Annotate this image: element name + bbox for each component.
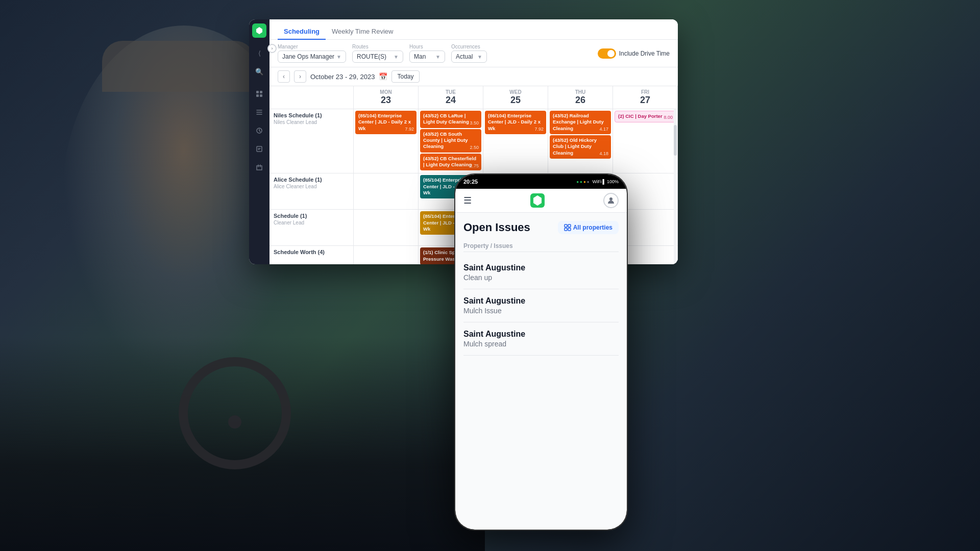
sidebar-icon-nav4[interactable] bbox=[252, 142, 266, 156]
day-header-tue: TUE 24 bbox=[419, 86, 483, 109]
scroll-thumb bbox=[674, 125, 677, 156]
user-profile-icon[interactable] bbox=[603, 193, 619, 208]
occurrences-chevron: ▼ bbox=[477, 54, 482, 60]
issue-property-3: Saint Augustine bbox=[463, 330, 619, 339]
event-card[interactable]: (2) CIC | Day Porter 8.00 bbox=[615, 111, 676, 122]
list-item[interactable]: Saint Augustine Mulch Issue bbox=[463, 289, 619, 322]
tab-scheduling[interactable]: Scheduling bbox=[278, 23, 326, 39]
open-issues-title: Open Issues bbox=[463, 221, 530, 234]
event-card[interactable]: (43/52) Railroad Exchange | Light Duty C… bbox=[550, 111, 611, 134]
svg-point-6 bbox=[609, 197, 612, 201]
svg-rect-7 bbox=[565, 224, 567, 227]
event-card[interactable]: (43/52) CB Chesterfield | Light Duty Cle… bbox=[420, 154, 481, 171]
sidebar: ⟨ 🔍 bbox=[249, 19, 270, 264]
hours-label: Hours bbox=[409, 44, 445, 49]
issue-property-2: Saint Augustine bbox=[463, 296, 619, 306]
cell-1-mon bbox=[354, 173, 419, 209]
manager-chevron: ▼ bbox=[336, 54, 341, 60]
drive-time-label: Include Drive Time bbox=[619, 50, 670, 57]
cell-0-fri: (2) CIC | Day Porter 8.00 bbox=[613, 109, 678, 173]
cell-0-tue: (43/52) CB LaRue | Light Duty Cleaning 3… bbox=[419, 109, 483, 173]
dot-1: ● bbox=[576, 180, 579, 184]
row-header-3: Schedule Worth (4) bbox=[270, 246, 354, 264]
svg-rect-10 bbox=[568, 228, 571, 231]
drive-time-toggle[interactable] bbox=[598, 48, 616, 59]
day-header-thu: THU 26 bbox=[548, 86, 613, 109]
calendar-nav: ‹ › October 23 - 29, 2023 📅 Today bbox=[270, 67, 678, 86]
hours-select[interactable]: Man ▼ bbox=[409, 51, 445, 63]
sidebar-icon-nav1[interactable] bbox=[252, 87, 266, 101]
routes-select[interactable]: ROUTE(S) ▼ bbox=[352, 51, 403, 63]
manager-select[interactable]: Jane Ops Manager ▼ bbox=[278, 51, 346, 63]
issue-desc-3: Mulch spread bbox=[463, 340, 619, 348]
manager-filter: Manager Jane Ops Manager ▼ bbox=[278, 44, 346, 63]
calendar-next[interactable]: › bbox=[294, 70, 306, 83]
day-header-wed: WED 25 bbox=[483, 86, 548, 109]
sidebar-icon-search[interactable]: 🔍 bbox=[252, 64, 266, 79]
row-header-0: Niles Schedule (1) Niles Cleaner Lead bbox=[270, 109, 354, 173]
svg-rect-3 bbox=[260, 94, 262, 97]
drive-time-toggle-container: Include Drive Time bbox=[598, 48, 670, 59]
date-range: October 23 - 29, 2023 bbox=[310, 73, 375, 81]
day-cells-0: (85/104) Enterprise Center | JLD - Daily… bbox=[354, 109, 678, 173]
list-item[interactable]: Saint Augustine Mulch spread bbox=[463, 322, 619, 356]
today-button[interactable]: Today bbox=[391, 70, 419, 83]
table-row: Niles Schedule (1) Niles Cleaner Lead (8… bbox=[270, 109, 678, 173]
phone-screen: 20:25 ● ● ● ● WiFi ▌ 100% ☰ bbox=[455, 174, 627, 530]
svg-rect-5 bbox=[257, 146, 262, 152]
phone-main-content: Open Issues All properties Property / Is… bbox=[455, 213, 627, 364]
phone-app-header: ☰ bbox=[455, 189, 627, 213]
issue-desc-1: Clean up bbox=[463, 273, 619, 282]
all-properties-label: All properties bbox=[573, 224, 612, 231]
status-icons: ● ● ● ● WiFi ▌ 100% bbox=[576, 179, 619, 184]
filter-bar: Manager Jane Ops Manager ▼ Routes ROUTE(… bbox=[270, 40, 678, 67]
routes-chevron: ▼ bbox=[394, 54, 399, 60]
occurrences-filter: Occurrences Actual ▼ bbox=[451, 44, 487, 63]
battery-percent: 100% bbox=[607, 179, 619, 184]
routes-label: Routes bbox=[352, 44, 403, 49]
svg-rect-1 bbox=[260, 91, 262, 93]
svg-rect-8 bbox=[568, 224, 571, 227]
scrollbar[interactable] bbox=[674, 109, 677, 264]
svg-rect-2 bbox=[256, 94, 259, 97]
event-card[interactable]: (86/104) Enterprise Center | JLD - Daily… bbox=[485, 111, 546, 134]
hours-filter: Hours Man ▼ bbox=[409, 44, 445, 63]
event-card[interactable]: (43/52) CB LaRue | Light Duty Cleaning 3… bbox=[420, 111, 481, 128]
app-logo bbox=[252, 23, 266, 38]
calendar-prev[interactable]: ‹ bbox=[278, 70, 290, 83]
svg-rect-0 bbox=[256, 91, 259, 93]
list-item[interactable]: Saint Augustine Clean up bbox=[463, 256, 619, 289]
manager-label: Manager bbox=[278, 44, 346, 49]
hamburger-menu[interactable]: ☰ bbox=[463, 195, 472, 206]
dot-4: ● bbox=[587, 180, 590, 184]
all-properties-button[interactable]: All properties bbox=[558, 221, 619, 234]
event-card[interactable]: (43/52) Old Hickory Club | Light Duty Cl… bbox=[550, 135, 611, 159]
sidebar-icon-nav2[interactable] bbox=[252, 105, 266, 119]
header-spacer bbox=[270, 86, 354, 109]
routes-filter: Routes ROUTE(S) ▼ bbox=[352, 44, 403, 63]
cell-0-mon: (85/104) Enterprise Center | JLD - Daily… bbox=[354, 109, 419, 173]
wifi-icon: WiFi bbox=[593, 179, 602, 184]
sidebar-toggle[interactable]: › bbox=[267, 44, 277, 53]
calendar-icon[interactable]: 📅 bbox=[379, 72, 387, 81]
occurrences-label: Occurrences bbox=[451, 44, 487, 49]
signal-icon: ▌ bbox=[603, 179, 606, 184]
issue-desc-2: Mulch Issue bbox=[463, 307, 619, 315]
day-headers: MON 23 TUE 24 WED 25 THU 26 FRI 27 bbox=[270, 86, 678, 109]
day-header-mon: MON 23 bbox=[354, 86, 419, 109]
phone-app-logo bbox=[530, 193, 545, 208]
dot-3: ● bbox=[583, 180, 586, 184]
event-card[interactable]: (43/52) CB South County | Light Duty Cle… bbox=[420, 129, 481, 153]
sidebar-icon-nav3[interactable] bbox=[252, 123, 266, 138]
sidebar-icon-nav5[interactable] bbox=[252, 160, 266, 174]
sidebar-icon-expand[interactable]: ⟨ bbox=[252, 46, 266, 60]
open-issues-header: Open Issues All properties bbox=[463, 221, 619, 234]
cell-2-mon bbox=[354, 210, 419, 245]
event-card[interactable]: (85/104) Enterprise Center | JLD - Daily… bbox=[355, 111, 416, 134]
cell-0-thu: (43/52) Railroad Exchange | Light Duty C… bbox=[548, 109, 613, 173]
row-header-1: Alice Schedule (1) Alice Cleaner Lead bbox=[270, 173, 354, 209]
issue-property-1: Saint Augustine bbox=[463, 263, 619, 272]
tab-weekly-time[interactable]: Weekly Time Review bbox=[326, 23, 399, 39]
occurrences-select[interactable]: Actual ▼ bbox=[451, 51, 487, 63]
dot-2: ● bbox=[580, 180, 582, 184]
